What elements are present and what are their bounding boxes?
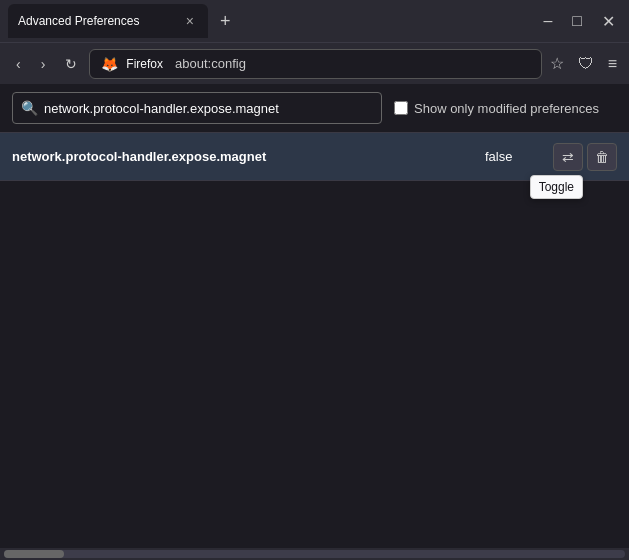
close-tab-button[interactable]: × [182,11,198,31]
pref-table: network.protocol-handler.expose.magnet f… [0,133,629,181]
search-input[interactable] [44,101,373,116]
modified-only-checkbox-label[interactable]: Show only modified preferences [394,101,599,116]
browser-tab[interactable]: Advanced Preferences × [8,4,208,38]
toggle-tooltip: Toggle [530,175,583,199]
close-window-button[interactable]: ✕ [596,10,621,33]
address-bar[interactable]: 🦊 Firefox about:config [89,49,541,79]
firefox-icon: 🦊 [100,55,118,73]
tab-title: Advanced Preferences [18,14,174,28]
url-display: about:config [175,56,246,71]
title-bar: Advanced Preferences × + – □ ✕ [0,0,629,42]
modified-only-checkbox[interactable] [394,101,408,115]
delete-button[interactable]: 🗑 [587,143,617,171]
minimize-button[interactable]: – [537,10,558,32]
reload-button[interactable]: ↻ [57,52,85,76]
toggle-icon: ⇄ [562,149,574,165]
search-input-wrapper[interactable]: 🔍 [12,92,382,124]
pref-name: network.protocol-handler.expose.magnet [12,149,473,164]
back-button[interactable]: ‹ [8,52,29,76]
delete-icon: 🗑 [595,149,609,165]
toggle-btn-wrapper: ⇄ Toggle [553,143,583,171]
browser-name-label: Firefox [126,57,163,71]
pref-value: false [473,149,553,164]
table-row: network.protocol-handler.expose.magnet f… [0,133,629,181]
scrollbar-area[interactable] [0,548,629,560]
search-bar: 🔍 Show only modified preferences [0,84,629,133]
forward-button[interactable]: › [33,52,54,76]
main-content: network.protocol-handler.expose.magnet f… [0,133,629,548]
window-controls: – □ ✕ [537,10,621,33]
maximize-button[interactable]: □ [566,10,588,32]
menu-icon[interactable]: ≡ [604,51,621,77]
new-tab-button[interactable]: + [212,7,239,36]
shield-icon[interactable]: 🛡 [574,51,598,77]
pref-actions: ⇄ Toggle 🗑 [553,143,617,171]
nav-icons: ☆ 🛡 ≡ [546,50,621,77]
bookmark-icon[interactable]: ☆ [546,50,568,77]
scrollbar-track [4,550,625,558]
search-icon: 🔍 [21,100,38,116]
checkbox-label-text: Show only modified preferences [414,101,599,116]
nav-bar: ‹ › ↻ 🦊 Firefox about:config ☆ 🛡 ≡ [0,42,629,84]
toggle-button[interactable]: ⇄ [553,143,583,171]
scrollbar-thumb[interactable] [4,550,64,558]
